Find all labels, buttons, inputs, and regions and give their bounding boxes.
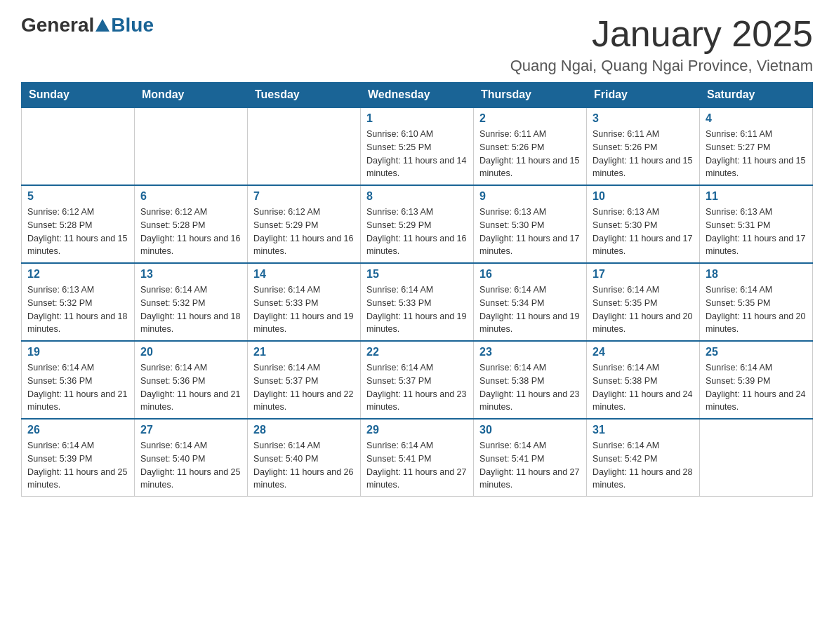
day-info: Sunrise: 6:13 AMSunset: 5:29 PMDaylight:… [366,206,468,258]
calendar-cell: 4Sunrise: 6:11 AMSunset: 5:27 PMDaylight… [700,107,813,185]
day-number: 22 [366,346,468,358]
calendar-cell: 12Sunrise: 6:13 AMSunset: 5:32 PMDayligh… [22,263,135,341]
day-number: 3 [593,112,694,125]
calendar-cell: 29Sunrise: 6:14 AMSunset: 5:41 PMDayligh… [361,419,474,497]
day-info: Sunrise: 6:13 AMSunset: 5:31 PMDaylight:… [706,206,807,258]
header-row: SundayMondayTuesdayWednesdayThursdayFrid… [22,83,813,108]
day-info: Sunrise: 6:12 AMSunset: 5:28 PMDaylight:… [140,206,241,258]
day-number: 4 [706,112,807,125]
calendar-cell: 8Sunrise: 6:13 AMSunset: 5:29 PMDaylight… [361,185,474,263]
calendar-cell: 7Sunrise: 6:12 AMSunset: 5:29 PMDaylight… [248,185,361,263]
header-sunday: Sunday [22,83,135,108]
header-thursday: Thursday [474,83,587,108]
calendar-cell: 21Sunrise: 6:14 AMSunset: 5:37 PMDayligh… [248,341,361,419]
calendar-cell: 6Sunrise: 6:12 AMSunset: 5:28 PMDaylight… [135,185,248,263]
day-number: 12 [27,268,128,281]
calendar-cell: 9Sunrise: 6:13 AMSunset: 5:30 PMDaylight… [474,185,587,263]
calendar-cell: 27Sunrise: 6:14 AMSunset: 5:40 PMDayligh… [135,419,248,497]
location-title: Quang Ngai, Quang Ngai Province, Vietnam [510,57,813,75]
day-number: 15 [366,268,468,281]
calendar-cell [22,107,135,185]
day-number: 24 [593,346,694,358]
calendar-cell: 11Sunrise: 6:13 AMSunset: 5:31 PMDayligh… [700,185,813,263]
day-info: Sunrise: 6:12 AMSunset: 5:28 PMDaylight:… [27,206,128,258]
calendar-cell [700,419,813,497]
calendar-cell: 30Sunrise: 6:14 AMSunset: 5:41 PMDayligh… [474,419,587,497]
header-monday: Monday [135,83,248,108]
day-number: 20 [140,346,241,358]
logo: General Blue [21,14,154,36]
day-number: 18 [706,268,807,281]
calendar-table: SundayMondayTuesdayWednesdayThursdayFrid… [21,82,813,497]
logo-area: General Blue [21,14,154,36]
day-info: Sunrise: 6:14 AMSunset: 5:35 PMDaylight:… [706,283,807,336]
week-row-2: 5Sunrise: 6:12 AMSunset: 5:28 PMDaylight… [22,185,813,263]
week-row-4: 19Sunrise: 6:14 AMSunset: 5:36 PMDayligh… [22,341,813,419]
day-number: 30 [479,424,581,436]
calendar-cell: 16Sunrise: 6:14 AMSunset: 5:34 PMDayligh… [474,263,587,341]
day-info: Sunrise: 6:13 AMSunset: 5:32 PMDaylight:… [27,283,128,336]
calendar-cell: 31Sunrise: 6:14 AMSunset: 5:42 PMDayligh… [587,419,700,497]
day-info: Sunrise: 6:14 AMSunset: 5:36 PMDaylight:… [140,361,241,414]
day-info: Sunrise: 6:11 AMSunset: 5:27 PMDaylight:… [706,128,807,180]
day-number: 2 [479,112,581,125]
day-number: 13 [140,268,241,281]
day-number: 21 [253,346,355,358]
day-number: 26 [27,424,128,436]
day-number: 16 [479,268,581,281]
calendar-cell [248,107,361,185]
day-number: 14 [253,268,355,281]
day-number: 29 [366,424,468,436]
day-number: 11 [706,190,807,203]
month-title: January 2025 [510,14,813,54]
calendar-cell: 3Sunrise: 6:11 AMSunset: 5:26 PMDaylight… [587,107,700,185]
week-row-5: 26Sunrise: 6:14 AMSunset: 5:39 PMDayligh… [22,419,813,497]
day-number: 28 [253,424,355,436]
day-info: Sunrise: 6:14 AMSunset: 5:40 PMDaylight:… [140,439,241,492]
day-info: Sunrise: 6:14 AMSunset: 5:38 PMDaylight:… [593,361,694,414]
day-number: 9 [479,190,581,203]
day-info: Sunrise: 6:14 AMSunset: 5:33 PMDaylight:… [253,283,355,336]
calendar-cell: 20Sunrise: 6:14 AMSunset: 5:36 PMDayligh… [135,341,248,419]
day-info: Sunrise: 6:13 AMSunset: 5:30 PMDaylight:… [479,206,581,258]
logo-blue-text: Blue [111,14,154,36]
day-number: 8 [366,190,468,203]
day-number: 17 [593,268,694,281]
calendar-cell: 24Sunrise: 6:14 AMSunset: 5:38 PMDayligh… [587,341,700,419]
calendar-cell: 10Sunrise: 6:13 AMSunset: 5:30 PMDayligh… [587,185,700,263]
day-number: 5 [27,190,128,203]
header-tuesday: Tuesday [248,83,361,108]
day-number: 7 [253,190,355,203]
header-wednesday: Wednesday [361,83,474,108]
day-number: 25 [706,346,807,358]
day-info: Sunrise: 6:11 AMSunset: 5:26 PMDaylight:… [479,128,581,180]
calendar-cell: 22Sunrise: 6:14 AMSunset: 5:37 PMDayligh… [361,341,474,419]
calendar-cell: 19Sunrise: 6:14 AMSunset: 5:36 PMDayligh… [22,341,135,419]
day-info: Sunrise: 6:14 AMSunset: 5:38 PMDaylight:… [479,361,581,414]
day-info: Sunrise: 6:12 AMSunset: 5:29 PMDaylight:… [253,206,355,258]
day-number: 10 [593,190,694,203]
calendar-cell: 13Sunrise: 6:14 AMSunset: 5:32 PMDayligh… [135,263,248,341]
day-info: Sunrise: 6:14 AMSunset: 5:39 PMDaylight:… [706,361,807,414]
calendar-cell: 15Sunrise: 6:14 AMSunset: 5:33 PMDayligh… [361,263,474,341]
calendar-cell: 25Sunrise: 6:14 AMSunset: 5:39 PMDayligh… [700,341,813,419]
week-row-3: 12Sunrise: 6:13 AMSunset: 5:32 PMDayligh… [22,263,813,341]
day-info: Sunrise: 6:14 AMSunset: 5:41 PMDaylight:… [479,439,581,492]
day-info: Sunrise: 6:14 AMSunset: 5:32 PMDaylight:… [140,283,241,336]
week-row-1: 1Sunrise: 6:10 AMSunset: 5:25 PMDaylight… [22,107,813,185]
day-info: Sunrise: 6:14 AMSunset: 5:35 PMDaylight:… [593,283,694,336]
day-info: Sunrise: 6:13 AMSunset: 5:30 PMDaylight:… [593,206,694,258]
calendar-cell: 1Sunrise: 6:10 AMSunset: 5:25 PMDaylight… [361,107,474,185]
day-info: Sunrise: 6:14 AMSunset: 5:34 PMDaylight:… [479,283,581,336]
calendar-cell: 5Sunrise: 6:12 AMSunset: 5:28 PMDaylight… [22,185,135,263]
header-saturday: Saturday [700,83,813,108]
day-number: 23 [479,346,581,358]
calendar-cell: 17Sunrise: 6:14 AMSunset: 5:35 PMDayligh… [587,263,700,341]
day-info: Sunrise: 6:14 AMSunset: 5:41 PMDaylight:… [366,439,468,492]
day-info: Sunrise: 6:14 AMSunset: 5:39 PMDaylight:… [27,439,128,492]
page-header: General Blue January 2025 Quang Ngai, Qu… [21,14,813,75]
calendar-cell: 28Sunrise: 6:14 AMSunset: 5:40 PMDayligh… [248,419,361,497]
calendar-cell [135,107,248,185]
day-number: 1 [366,112,468,125]
day-number: 27 [140,424,241,436]
